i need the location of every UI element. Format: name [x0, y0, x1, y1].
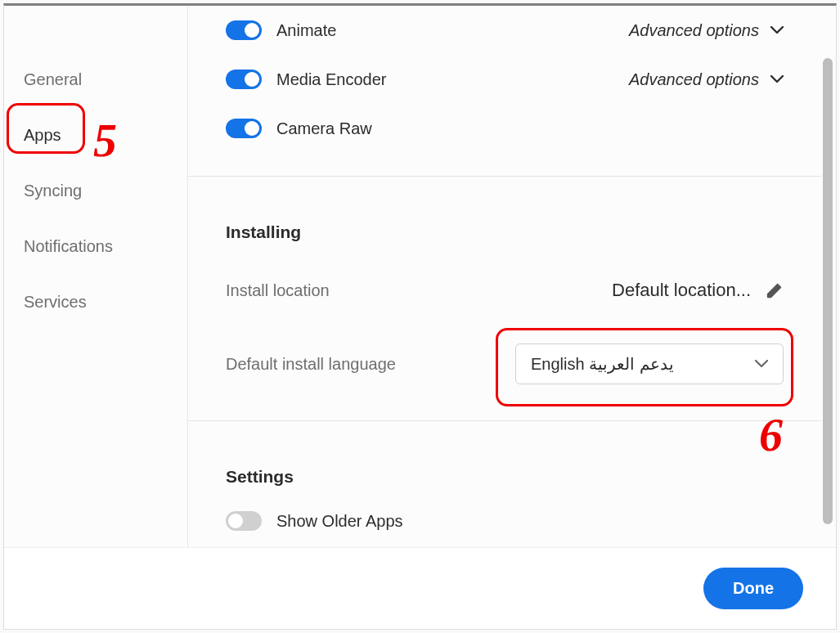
install-location-row: Install location Default location...	[226, 267, 784, 314]
chevron-down-icon	[755, 360, 768, 368]
preferences-window: General Apps Syncing Notifications Servi…	[3, 3, 837, 630]
main-content: Animate Advanced options Media Encoder A…	[188, 6, 836, 547]
pencil-icon[interactable]	[766, 281, 784, 299]
chevron-down-icon	[770, 75, 784, 83]
advanced-options-label: Advanced options	[629, 21, 759, 40]
sidebar-item-notifications[interactable]: Notifications	[4, 218, 187, 274]
app-row-media-encoder: Media Encoder Advanced options	[226, 55, 784, 104]
install-location-value: Default location...	[612, 280, 751, 301]
default-language-row: Default install language English يدعم ال…	[226, 330, 784, 397]
install-location-label: Install location	[226, 281, 330, 300]
divider	[188, 176, 821, 177]
chevron-down-icon	[770, 26, 784, 34]
app-row-camera-raw: Camera Raw	[226, 104, 784, 153]
show-older-apps-row: Show Older Apps	[226, 511, 784, 545]
sidebar-item-apps[interactable]: Apps	[4, 107, 187, 163]
body-area: General Apps Syncing Notifications Servi…	[4, 6, 836, 547]
footer: Done	[4, 547, 836, 629]
advanced-options-animate[interactable]: Advanced options	[629, 21, 784, 40]
divider	[188, 420, 821, 421]
show-older-apps-label: Show Older Apps	[276, 512, 784, 531]
advanced-options-media-encoder[interactable]: Advanced options	[629, 70, 784, 89]
toggle-show-older-apps[interactable]	[226, 511, 262, 531]
sidebar-item-services[interactable]: Services	[4, 274, 187, 330]
app-label-camera-raw: Camera Raw	[276, 119, 784, 138]
toggle-media-encoder[interactable]	[226, 70, 262, 89]
sidebar-item-general[interactable]: General	[4, 52, 187, 107]
app-label-animate: Animate	[276, 21, 629, 40]
app-label-media-encoder: Media Encoder	[276, 70, 629, 89]
section-title-settings: Settings	[226, 467, 784, 487]
default-language-label: Default install language	[226, 355, 396, 374]
scrollbar[interactable]	[823, 58, 833, 524]
sidebar-item-syncing[interactable]: Syncing	[4, 163, 187, 218]
toggle-camera-raw[interactable]	[226, 119, 262, 138]
advanced-options-label: Advanced options	[629, 70, 759, 89]
toggle-animate[interactable]	[226, 20, 262, 40]
default-language-select[interactable]: English يدعم العربية	[515, 343, 784, 384]
app-row-animate: Animate Advanced options	[226, 6, 784, 55]
sidebar: General Apps Syncing Notifications Servi…	[4, 6, 188, 547]
default-language-value: English يدعم العربية	[531, 354, 674, 374]
done-button[interactable]: Done	[703, 568, 803, 609]
section-title-installing: Installing	[226, 222, 784, 242]
